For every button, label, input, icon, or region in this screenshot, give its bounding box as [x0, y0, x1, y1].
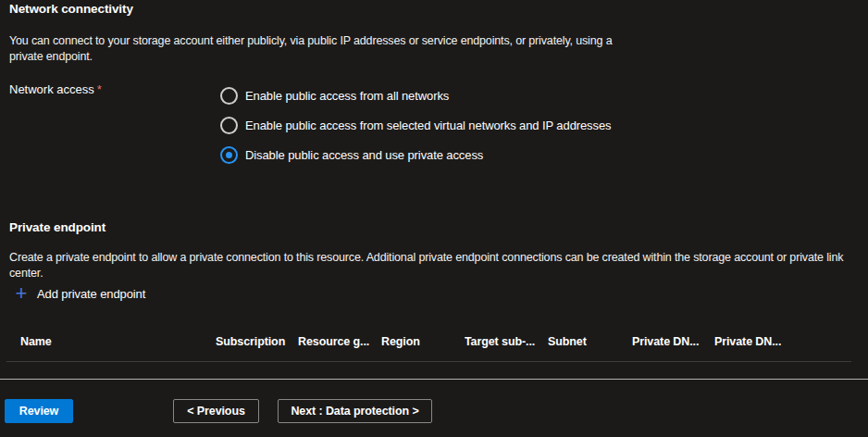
network-access-radio-group: Enable public access from all networksEn… [220, 81, 611, 169]
radio-option-label: Enable public access from all networks [245, 89, 449, 103]
table-header-divider [6, 361, 851, 362]
column-header-target-sub-resource: Target sub-... [465, 335, 548, 348]
network-connectivity-title: Network connectivity [9, 2, 133, 16]
add-private-endpoint-label: Add private endpoint [37, 287, 145, 301]
column-header-name: Name [20, 335, 216, 348]
private-endpoint-table-header: NameSubscriptionResource g...RegionTarge… [9, 335, 859, 348]
radio-option-label: Disable public access and use private ac… [245, 148, 483, 162]
plus-icon: + [14, 285, 29, 302]
network-access-label-text: Network access [9, 82, 94, 96]
radio-selected-icon[interactable] [220, 146, 238, 164]
private-endpoint-description: Create a private endpoint to allow a pri… [9, 250, 862, 281]
column-header-subscription: Subscription [216, 335, 298, 348]
storage-account-networking-form: Network connectivity You can connect to … [0, 0, 868, 437]
network-access-radio-option[interactable]: Enable public access from all networks [220, 81, 611, 110]
column-header-resource-group: Resource g... [298, 335, 381, 348]
network-connectivity-description: You can connect to your storage account … [9, 33, 620, 65]
network-access-label: Network access* [9, 82, 102, 96]
column-header-private-dns-1: Private DN... [632, 335, 714, 348]
add-private-endpoint-button[interactable]: + Add private endpoint [14, 285, 145, 302]
column-header-region: Region [381, 335, 465, 348]
radio-dot [226, 122, 232, 129]
previous-button[interactable]: < Previous [173, 399, 259, 423]
radio-unselected-icon[interactable] [220, 87, 238, 105]
required-asterisk: * [97, 82, 102, 96]
private-endpoint-title: Private endpoint [9, 220, 105, 234]
radio-dot [226, 93, 232, 99]
footer-divider [0, 379, 868, 380]
review-button[interactable]: Review [5, 399, 73, 423]
column-header-subnet: Subnet [548, 335, 632, 348]
radio-option-label: Enable public access from selected virtu… [245, 119, 611, 132]
column-header-private-dns-2: Private DN... [714, 335, 781, 348]
radio-unselected-icon[interactable] [220, 117, 238, 134]
next-data-protection-button[interactable]: Next : Data protection > [278, 399, 432, 423]
radio-dot [226, 152, 232, 158]
network-access-radio-option[interactable]: Disable public access and use private ac… [220, 140, 611, 169]
network-access-radio-option[interactable]: Enable public access from selected virtu… [220, 110, 611, 140]
